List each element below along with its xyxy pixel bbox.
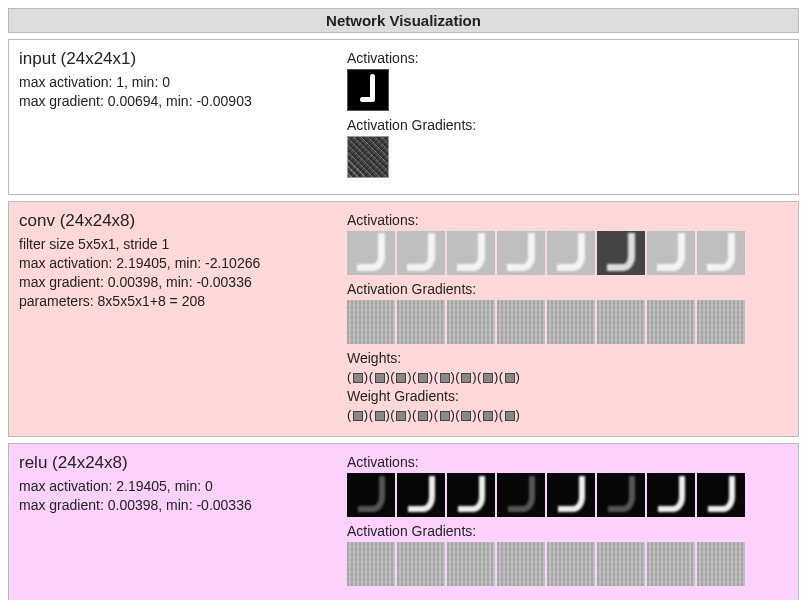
relu-gradient-thumb[interactable] xyxy=(547,542,595,586)
conv-weight-gradients-row: ()()()()()()()() xyxy=(347,407,788,422)
activation-gradients-label: Activation Gradients: xyxy=(347,281,788,297)
weight-grad-chip[interactable] xyxy=(505,411,515,421)
weight-chip[interactable] xyxy=(353,373,363,383)
page-title: Network Visualization xyxy=(8,8,799,33)
input-gradient-thumb[interactable] xyxy=(347,136,389,178)
input-activation-thumb[interactable] xyxy=(347,69,389,111)
relu-gradient-thumb[interactable] xyxy=(347,542,395,586)
conv-gradients-row xyxy=(347,300,788,344)
relu-activation-thumb[interactable] xyxy=(547,473,595,517)
relu-activation-thumb[interactable] xyxy=(697,473,745,517)
layer-conv-gradient-range: max gradient: 0.00398, min: -0.00336 xyxy=(19,273,329,292)
weight-chip[interactable] xyxy=(375,373,385,383)
weights-label: Weights: xyxy=(347,350,788,366)
conv-activations-row xyxy=(347,231,788,275)
conv-gradient-thumb[interactable] xyxy=(347,300,395,344)
relu-gradient-thumb[interactable] xyxy=(697,542,745,586)
layer-relu-activation-range: max activation: 2.19405, min: 0 xyxy=(19,477,329,496)
conv-gradient-thumb[interactable] xyxy=(697,300,745,344)
layer-relu: relu (24x24x8) max activation: 2.19405, … xyxy=(8,443,799,600)
conv-gradient-thumb[interactable] xyxy=(447,300,495,344)
layer-conv-title: conv (24x24x8) xyxy=(19,210,329,233)
activations-label: Activations: xyxy=(347,454,788,470)
layer-relu-visuals: Activations: Activation Gradients: xyxy=(347,452,788,592)
activations-label: Activations: xyxy=(347,212,788,228)
relu-activation-thumb[interactable] xyxy=(397,473,445,517)
conv-activation-thumb[interactable] xyxy=(697,231,745,275)
layer-input-visuals: Activations: Activation Gradients: xyxy=(347,48,788,184)
conv-activation-thumb[interactable] xyxy=(647,231,695,275)
relu-activation-thumb[interactable] xyxy=(597,473,645,517)
weight-grad-chip[interactable] xyxy=(418,411,428,421)
activation-gradients-label: Activation Gradients: xyxy=(347,523,788,539)
weight-gradients-label: Weight Gradients: xyxy=(347,388,788,404)
relu-gradients-row xyxy=(347,542,788,586)
layer-conv-parameters: parameters: 8x5x5x1+8 = 208 xyxy=(19,292,329,311)
relu-activations-row xyxy=(347,473,788,517)
relu-activation-thumb[interactable] xyxy=(647,473,695,517)
conv-activation-thumb[interactable] xyxy=(547,231,595,275)
weight-grad-chip[interactable] xyxy=(396,411,406,421)
layer-relu-title: relu (24x24x8) xyxy=(19,452,329,475)
conv-activation-thumb[interactable] xyxy=(497,231,545,275)
relu-gradient-thumb[interactable] xyxy=(397,542,445,586)
conv-activation-thumb[interactable] xyxy=(347,231,395,275)
weight-grad-chip[interactable] xyxy=(375,411,385,421)
conv-gradient-thumb[interactable] xyxy=(397,300,445,344)
conv-gradient-thumb[interactable] xyxy=(647,300,695,344)
layer-conv: conv (24x24x8) filter size 5x5x1, stride… xyxy=(8,201,799,437)
weight-chip[interactable] xyxy=(418,373,428,383)
conv-weights-row: ()()()()()()()() xyxy=(347,369,788,384)
conv-activation-thumb[interactable] xyxy=(397,231,445,275)
layer-input-gradient-range: max gradient: 0.00694, min: -0.00903 xyxy=(19,92,329,111)
conv-gradient-thumb[interactable] xyxy=(547,300,595,344)
weight-chip[interactable] xyxy=(483,373,493,383)
weight-chip[interactable] xyxy=(440,373,450,383)
relu-gradient-thumb[interactable] xyxy=(597,542,645,586)
weight-grad-chip[interactable] xyxy=(440,411,450,421)
layer-relu-gradient-range: max gradient: 0.00398, min: -0.00336 xyxy=(19,496,329,515)
layer-relu-info: relu (24x24x8) max activation: 2.19405, … xyxy=(19,452,329,592)
layer-conv-filter: filter size 5x5x1, stride 1 xyxy=(19,235,329,254)
relu-activation-thumb[interactable] xyxy=(497,473,545,517)
layer-input: input (24x24x1) max activation: 1, min: … xyxy=(8,39,799,195)
weight-chip[interactable] xyxy=(461,373,471,383)
layer-input-title: input (24x24x1) xyxy=(19,48,329,71)
input-gradients-row xyxy=(347,136,788,178)
conv-activation-thumb[interactable] xyxy=(447,231,495,275)
layer-input-activation-range: max activation: 1, min: 0 xyxy=(19,73,329,92)
layer-input-info: input (24x24x1) max activation: 1, min: … xyxy=(19,48,329,184)
relu-gradient-thumb[interactable] xyxy=(647,542,695,586)
layer-conv-info: conv (24x24x8) filter size 5x5x1, stride… xyxy=(19,210,329,426)
layer-conv-visuals: Activations: Activation Gradients: Weigh… xyxy=(347,210,788,426)
layer-conv-activation-range: max activation: 2.19405, min: -2.10266 xyxy=(19,254,329,273)
conv-activation-thumb[interactable] xyxy=(597,231,645,275)
relu-activation-thumb[interactable] xyxy=(447,473,495,517)
activations-label: Activations: xyxy=(347,50,788,66)
conv-gradient-thumb[interactable] xyxy=(497,300,545,344)
weight-grad-chip[interactable] xyxy=(353,411,363,421)
weight-chip[interactable] xyxy=(505,373,515,383)
weight-grad-chip[interactable] xyxy=(461,411,471,421)
relu-gradient-thumb[interactable] xyxy=(497,542,545,586)
input-activations-row xyxy=(347,69,788,111)
conv-gradient-thumb[interactable] xyxy=(597,300,645,344)
activation-gradients-label: Activation Gradients: xyxy=(347,117,788,133)
weight-chip[interactable] xyxy=(396,373,406,383)
weight-grad-chip[interactable] xyxy=(483,411,493,421)
relu-gradient-thumb[interactable] xyxy=(447,542,495,586)
relu-activation-thumb[interactable] xyxy=(347,473,395,517)
